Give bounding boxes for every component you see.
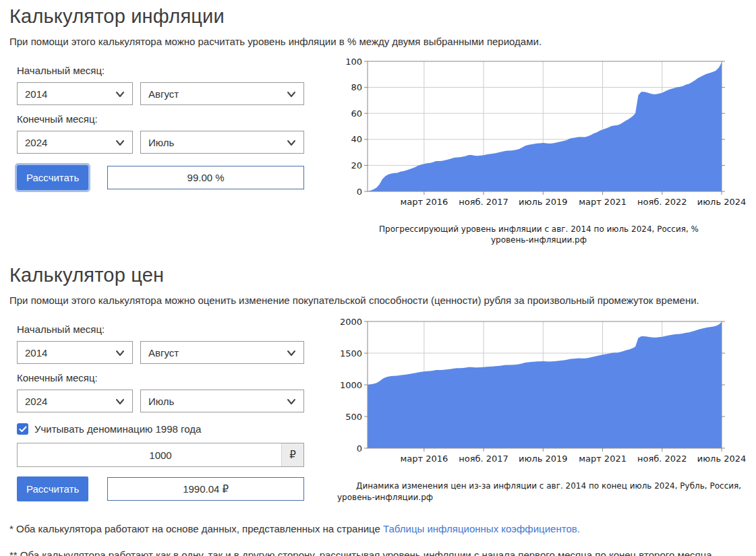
denomination-checkbox[interactable] xyxy=(17,423,28,435)
price-chart-block: 0500100015002000март 2016нояб. 2017июль … xyxy=(337,315,752,502)
price-end-month-select[interactable]: Июль xyxy=(140,390,304,412)
svg-text:60: 60 xyxy=(351,109,362,119)
footnotes: * Оба калькулятора работают на основе да… xyxy=(9,523,756,556)
svg-text:нояб. 2017: нояб. 2017 xyxy=(459,454,508,464)
price-calculator-section: Калькулятор цен При помощи этого калькул… xyxy=(9,264,756,502)
start-year-value: 2014 xyxy=(25,88,47,100)
amount-input[interactable] xyxy=(17,443,304,467)
price-form: Начальный месяц: 2014 Август Конечный ме… xyxy=(9,315,314,501)
svg-text:нояб. 2022: нояб. 2022 xyxy=(637,454,687,464)
svg-text:июль 2024: июль 2024 xyxy=(697,197,747,207)
svg-text:июль 2019: июль 2019 xyxy=(519,197,568,207)
price-start-month-value: Август xyxy=(148,347,179,359)
end-month-select[interactable]: Июль xyxy=(140,131,304,154)
price-chart-caption: Динамика изменения цен из-за инфляции с … xyxy=(337,481,742,502)
svg-text:нояб. 2022: нояб. 2022 xyxy=(637,197,687,207)
chevron-down-icon xyxy=(287,349,296,357)
ruble-suffix: ₽ xyxy=(281,443,303,466)
price-end-year-select[interactable]: 2024 xyxy=(17,390,133,412)
svg-text:100: 100 xyxy=(345,58,362,67)
price-title: Калькулятор цен xyxy=(9,264,756,286)
start-month-label: Начальный месяц: xyxy=(17,323,304,335)
svg-text:2000: 2000 xyxy=(340,318,362,327)
price-start-year-select[interactable]: 2014 xyxy=(17,341,133,364)
price-result-field[interactable]: 1990.04 ₽ xyxy=(107,477,304,501)
inflation-calculator-section: Калькулятор инфляции При помощи этого ка… xyxy=(9,5,756,245)
svg-text:500: 500 xyxy=(345,412,362,422)
page-title: Калькулятор инфляции xyxy=(9,5,756,28)
chevron-down-icon xyxy=(115,139,125,147)
svg-text:март 2016: март 2016 xyxy=(400,197,448,207)
coefficients-table-link[interactable]: Таблицы инфляционных коэффициентов. xyxy=(383,523,580,534)
inflation-result-field[interactable]: 99.00 % xyxy=(107,166,304,189)
calculate-price-button[interactable]: Рассчитать xyxy=(17,476,88,501)
inflation-chart-block: 020406080100март 2016нояб. 2017июль 2019… xyxy=(337,57,752,245)
svg-text:март 2021: март 2021 xyxy=(579,454,627,464)
end-month-label: Конечный месяц: xyxy=(17,372,304,383)
chevron-down-icon xyxy=(115,398,125,406)
svg-text:июль 2024: июль 2024 xyxy=(697,454,747,464)
footnote-2: ** Оба калькулятора работают как в одну,… xyxy=(9,549,756,556)
svg-text:40: 40 xyxy=(351,134,362,144)
calculate-inflation-button[interactable]: Рассчитать xyxy=(17,165,88,190)
inflation-form: Начальный месяц: 2014 Август Конечный ме… xyxy=(9,57,314,190)
price-chart: 0500100015002000март 2016нояб. 2017июль … xyxy=(337,318,752,470)
svg-text:1000: 1000 xyxy=(340,380,362,390)
price-end-month-value: Июль xyxy=(148,396,174,407)
svg-text:0: 0 xyxy=(357,443,362,454)
svg-text:1500: 1500 xyxy=(340,348,362,359)
start-month-select[interactable]: Август xyxy=(140,82,304,105)
price-description: При помощи этого калькулятора можно оцен… xyxy=(9,295,756,306)
check-icon xyxy=(19,426,27,433)
svg-text:нояб. 2017: нояб. 2017 xyxy=(459,197,508,207)
denomination-label: Учитывать деноминацию 1998 года xyxy=(34,423,201,435)
svg-text:80: 80 xyxy=(351,82,362,92)
end-year-select[interactable]: 2024 xyxy=(17,131,133,154)
chevron-down-icon xyxy=(287,139,296,147)
inflation-chart: 020406080100март 2016нояб. 2017июль 2019… xyxy=(337,58,752,213)
price-end-year-value: 2024 xyxy=(25,396,47,407)
svg-text:июль 2019: июль 2019 xyxy=(519,454,568,464)
inflation-description: При помощи этого калькулятора можно расч… xyxy=(9,36,756,47)
end-month-label: Конечный месяц: xyxy=(17,113,304,125)
price-start-year-value: 2014 xyxy=(25,347,47,359)
end-month-value: Июль xyxy=(148,137,174,148)
price-start-month-select[interactable]: Август xyxy=(140,341,304,364)
chevron-down-icon xyxy=(115,349,125,357)
page: Калькулятор инфляции При помощи этого ка… xyxy=(0,0,756,556)
svg-text:март 2021: март 2021 xyxy=(579,197,627,207)
chevron-down-icon xyxy=(115,90,125,98)
svg-text:20: 20 xyxy=(351,160,362,171)
inflation-chart-caption: Прогрессирующий уровень инфляции с авг. … xyxy=(337,224,740,245)
svg-text:0: 0 xyxy=(357,187,362,197)
start-year-select[interactable]: 2014 xyxy=(17,82,133,105)
svg-text:март 2016: март 2016 xyxy=(400,454,448,464)
end-year-value: 2024 xyxy=(25,137,47,148)
chevron-down-icon xyxy=(287,90,296,98)
chevron-down-icon xyxy=(287,398,296,406)
start-month-value: Август xyxy=(148,88,179,100)
footnote-1: * Оба калькулятора работают на основе да… xyxy=(9,523,756,534)
start-month-label: Начальный месяц: xyxy=(17,65,304,76)
